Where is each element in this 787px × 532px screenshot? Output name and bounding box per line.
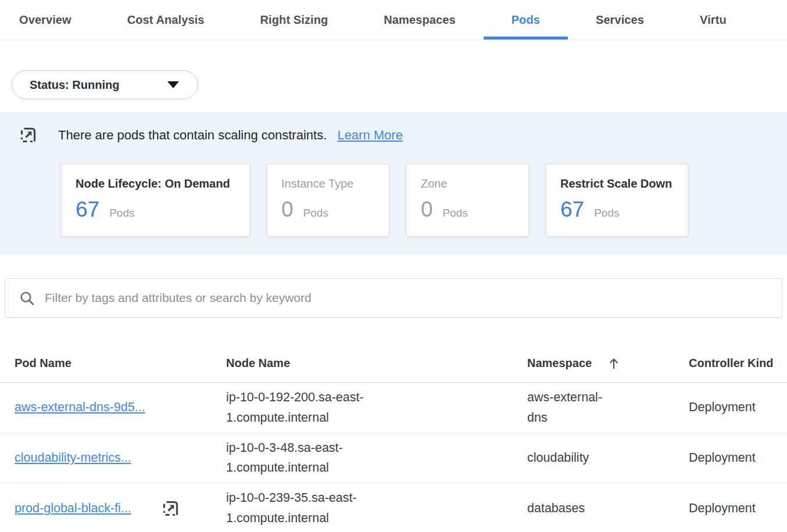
node-name-cell: ip-10-0-239-35.sa-east-1.compute.interna… xyxy=(226,488,384,529)
node-name-cell: ip-10-0-3-48.sa-east-1.compute.internal xyxy=(226,438,384,479)
card-instance-type[interactable]: Instance Type 0 Pods xyxy=(267,164,389,236)
status-filter-dropdown[interactable]: Status: Running xyxy=(12,70,198,99)
card-unit: Pods xyxy=(109,207,134,220)
tab-virtual[interactable]: Virtu xyxy=(672,0,754,39)
column-header-controller-kind[interactable]: Controller Kind xyxy=(689,357,787,370)
scaling-constraint-icon xyxy=(162,499,180,517)
scaling-constraints-banner: There are pods that contain scaling cons… xyxy=(0,112,787,254)
card-unit: Pods xyxy=(594,207,619,220)
card-value: 0 xyxy=(421,197,433,222)
filter-search-bar xyxy=(5,278,782,318)
pods-table: Pod Name Node Name Namespace Controller … xyxy=(0,344,787,532)
controller-kind-cell: Deployment xyxy=(689,501,787,516)
controller-kind-cell: Deployment xyxy=(689,400,787,415)
controller-kind-cell: Deployment xyxy=(689,451,787,465)
pod-name-cell: prod-global-black-fi... xyxy=(15,499,226,517)
card-title: Instance Type xyxy=(281,177,375,190)
column-header-pod-name[interactable]: Pod Name xyxy=(15,357,226,370)
card-node-lifecycle[interactable]: Node Lifecycle: On Demand 67 Pods xyxy=(61,164,250,236)
card-value: 67 xyxy=(560,197,584,222)
status-filter-label: Status: Running xyxy=(30,78,119,92)
table-row: prod-global-black-fi... ip-10-0-239-35.s… xyxy=(0,483,787,532)
pod-link[interactable]: cloudability-metrics... xyxy=(15,451,131,465)
pod-name-cell: aws-external-dns-9d5... xyxy=(15,400,226,415)
tab-overview[interactable]: Overview xyxy=(0,0,99,39)
table-header-row: Pod Name Node Name Namespace Controller … xyxy=(0,344,787,383)
card-title: Zone xyxy=(421,177,514,190)
banner-message-row: There are pods that contain scaling cons… xyxy=(58,128,403,143)
tab-pods[interactable]: Pods xyxy=(484,0,568,39)
card-value: 0 xyxy=(281,197,294,222)
node-name-cell: ip-10-0-192-200.sa-east-1.compute.intern… xyxy=(226,387,384,428)
learn-more-link[interactable]: Learn More xyxy=(337,128,403,142)
card-title: Restrict Scale Down xyxy=(560,177,674,190)
search-input[interactable] xyxy=(45,291,768,305)
pod-link[interactable]: aws-external-dns-9d5... xyxy=(15,400,145,415)
card-unit: Pods xyxy=(443,207,468,220)
table-row: aws-external-dns-9d5... ip-10-0-192-200.… xyxy=(0,383,787,433)
tab-right-sizing[interactable]: Right Sizing xyxy=(232,0,356,39)
search-icon xyxy=(19,290,35,306)
namespace-cell: aws-external-dns xyxy=(527,387,616,428)
pod-link[interactable]: prod-global-black-fi... xyxy=(15,501,131,516)
tab-namespaces[interactable]: Namespaces xyxy=(356,0,483,39)
card-unit: Pods xyxy=(303,207,328,220)
card-title: Node Lifecycle: On Demand xyxy=(76,177,235,190)
constraint-cards: Node Lifecycle: On Demand 67 Pods Instan… xyxy=(61,164,787,236)
pod-name-cell: cloudability-metrics... xyxy=(15,451,226,465)
card-zone[interactable]: Zone 0 Pods xyxy=(406,164,529,236)
card-value: 67 xyxy=(76,197,99,222)
chevron-down-icon xyxy=(167,81,179,88)
card-restrict-scale-down[interactable]: Restrict Scale Down 67 Pods xyxy=(546,164,688,236)
scale-out-icon xyxy=(19,126,37,144)
tab-cost-analysis[interactable]: Cost Analysis xyxy=(99,0,232,39)
tab-services[interactable]: Services xyxy=(568,0,672,39)
top-tab-bar: Overview Cost Analysis Right Sizing Name… xyxy=(0,0,787,40)
namespace-cell: databases xyxy=(527,498,616,519)
namespace-cell: cloudability xyxy=(527,448,616,468)
banner-message: There are pods that contain scaling cons… xyxy=(58,128,327,142)
column-header-namespace[interactable]: Namespace xyxy=(527,357,689,371)
column-header-node-name[interactable]: Node Name xyxy=(226,357,527,370)
sort-ascending-arrow-icon xyxy=(607,357,621,371)
table-row: cloudability-metrics... ip-10-0-3-48.sa-… xyxy=(0,433,787,484)
